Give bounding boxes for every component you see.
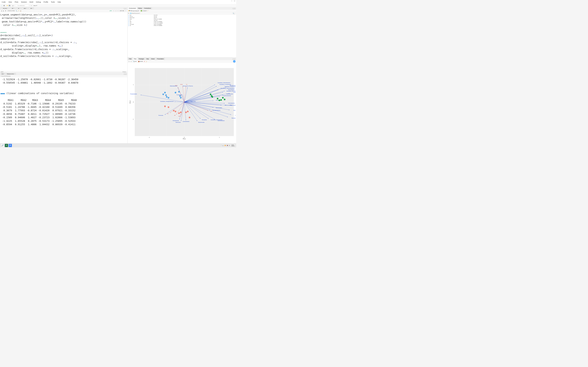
- grid-icon[interactable]: ⊞: [30, 5, 32, 7]
- console-path: C:/Users/ASUS/Desktop/: [0, 75, 127, 77]
- memory-indicator[interactable]: 🟢 437 MiB ▾: [140, 10, 147, 12]
- pane-min-icon[interactable]: [124, 8, 125, 9]
- open-file-icon[interactable]: 📁: [6, 5, 8, 7]
- close-icon[interactable]: ×: [20, 8, 20, 9]
- menu-code[interactable]: Code: [0, 1, 7, 3]
- pane-max-icon[interactable]: [234, 58, 235, 60]
- tab-soil-score[interactable]: soil_score×: [0, 7, 9, 9]
- close-icon[interactable]: ×: [26, 8, 27, 9]
- console-body[interactable]: -1.522924 -1.25070 -0.02661 -1.0730 -0.9…: [0, 77, 127, 143]
- tab-help[interactable]: Help: [145, 58, 150, 60]
- tab-history[interactable]: History: [137, 7, 143, 9]
- pane-min-icon[interactable]: [124, 74, 125, 75]
- menu-tools[interactable]: Tools: [50, 1, 56, 3]
- goto-file-input[interactable]: → Go to file/function: [15, 5, 29, 7]
- export-button[interactable]: 📤 Export ▾: [137, 60, 143, 62]
- forward-icon[interactable]: ▶: [3, 10, 4, 12]
- window-maximize[interactable]: ☐: [233, 0, 236, 2]
- env-toolbar: 📂 💾 ⊞ Import Dataset ▾ 🟢 437 MiB ▾ 🧹: [128, 9, 236, 12]
- pane-min-icon[interactable]: [233, 58, 234, 60]
- addins-dropdown[interactable]: Addins ▾: [33, 5, 38, 7]
- tray-onedrive-icon[interactable]: ☁: [223, 145, 223, 146]
- zoom-button[interactable]: 🔍 Zoom: [132, 60, 137, 62]
- svg-point-104: [222, 97, 224, 99]
- import-dataset-button[interactable]: ⊞ Import Dataset ▾: [130, 10, 140, 12]
- scope-global[interactable]: 🌐 Global Environment ▾: [130, 13, 140, 14]
- scope-r[interactable]: R ▾: [128, 13, 130, 14]
- save-icon[interactable]: 💾: [9, 5, 10, 7]
- tab-background-jobs[interactable]: Background Jobs×: [6, 73, 16, 75]
- env-item[interactable]: ◯rdList of 10: [128, 20, 236, 21]
- code-editor[interactable]: L+geom_segment(data=sp,aes(x=0,y=0,xend=…: [0, 12, 127, 71]
- menu-view[interactable]: View: [7, 1, 13, 3]
- svg-text:unidentified_Bacteria: unidentified_Bacteria: [233, 92, 236, 93]
- back-icon[interactable]: ◀: [1, 10, 2, 12]
- env-item[interactable]: ◯pca_efList of 3: [128, 16, 236, 17]
- env-item[interactable]: ◯pcaList of 10: [128, 15, 236, 16]
- new-file-icon[interactable]: 📄: [1, 5, 3, 7]
- menu-build[interactable]: Build: [28, 1, 35, 3]
- broom-icon[interactable]: 🧹: [146, 60, 147, 62]
- tab-sp[interactable]: sp×: [16, 7, 21, 9]
- env-item[interactable]: ◯sp34 obs. of 2 variables: [128, 25, 236, 26]
- menu-debug[interactable]: Debug: [35, 1, 42, 3]
- tab-presentation[interactable]: Presentation: [156, 58, 165, 60]
- env-search[interactable]: 🔍: [232, 13, 236, 14]
- tab-soil[interactable]: soil×: [9, 7, 16, 9]
- tray-ime[interactable]: 英: [229, 145, 230, 146]
- close-icon[interactable]: ×: [33, 8, 33, 9]
- new-project-icon[interactable]: ➕: [3, 5, 5, 7]
- env-item[interactable]: ◯pca_ef_adjList of 3: [128, 17, 236, 18]
- tab-connections[interactable]: Connections: [143, 7, 152, 9]
- tab-plots[interactable]: Plots: [133, 58, 138, 60]
- run-button[interactable]: ➡ Run: [109, 10, 113, 12]
- pane-max-icon[interactable]: [125, 8, 127, 9]
- menu-session[interactable]: Session: [20, 1, 28, 3]
- tab-site[interactable]: site×: [28, 7, 34, 9]
- env-item[interactable]: ◯site27 obs. of 4 variables: [128, 21, 236, 22]
- source-on-save[interactable]: ☐ Source on Save: [7, 10, 16, 12]
- outline-icon[interactable]: ≡: [125, 10, 127, 12]
- source-button[interactable]: ➡ Source ▾: [119, 10, 125, 12]
- wand-icon[interactable]: 🪄: [18, 10, 19, 12]
- down-icon[interactable]: ⬇: [115, 10, 117, 12]
- tab-environment[interactable]: Environment: [128, 7, 137, 9]
- close-icon[interactable]: ×: [4, 73, 5, 75]
- tray-icon[interactable]: ^: [221, 145, 221, 146]
- rerun-icon[interactable]: ↻: [113, 10, 115, 12]
- tab-terminal[interactable]: minal×: [0, 73, 6, 75]
- pane-max-icon[interactable]: [234, 8, 235, 9]
- menu-help[interactable]: Help: [56, 1, 62, 3]
- show-icon[interactable]: 🗏: [5, 10, 7, 12]
- up-icon[interactable]: ⬆: [117, 10, 119, 12]
- next-plot-icon[interactable]: ➡: [130, 60, 132, 62]
- compile-icon[interactable]: 📋: [20, 10, 21, 12]
- pane-min-icon[interactable]: [233, 8, 234, 9]
- tray-wifi-icon[interactable]: 📶: [225, 145, 226, 146]
- close-icon[interactable]: ×: [14, 73, 15, 75]
- broom-icon[interactable]: 🧹: [147, 10, 148, 11]
- find-icon[interactable]: 🔍: [16, 10, 17, 12]
- env-item[interactable]: ◯prop26 obs. of 1 variable: [128, 18, 236, 20]
- tab-prop[interactable]: prop×: [21, 7, 28, 9]
- env-item[interactable]: ◯soil_score9 obs. of 2 variables: [128, 24, 236, 25]
- prev-plot-icon[interactable]: ⬅: [128, 60, 130, 62]
- tray-volume-icon[interactable]: 🔇: [227, 145, 228, 146]
- taskbar-app-excel[interactable]: X: [5, 144, 8, 147]
- close-icon[interactable]: ×: [14, 8, 14, 9]
- menu-profile[interactable]: Profile: [42, 1, 50, 3]
- tab-packages[interactable]: Packages: [138, 58, 145, 60]
- tray-time[interactable]: 10:362023/4/: [231, 144, 235, 146]
- window-minimize[interactable]: —: [230, 0, 233, 2]
- taskbar-app-rstudio[interactable]: R: [9, 144, 12, 147]
- svg-point-97: [180, 97, 182, 99]
- tab-files[interactable]: Files: [128, 58, 132, 60]
- pane-max-icon[interactable]: [125, 74, 127, 75]
- menu-plots[interactable]: Plots: [13, 1, 20, 3]
- close-icon[interactable]: ×: [8, 8, 8, 9]
- taskbar-app-1[interactable]: 🔎: [1, 144, 4, 147]
- env-item[interactable]: ◯soil27 obs. of 11 variables: [128, 22, 236, 24]
- print-icon[interactable]: 🖨: [12, 5, 14, 7]
- tab-viewer[interactable]: Viewer: [150, 58, 156, 60]
- remove-plot-icon[interactable]: ⊘: [144, 60, 145, 62]
